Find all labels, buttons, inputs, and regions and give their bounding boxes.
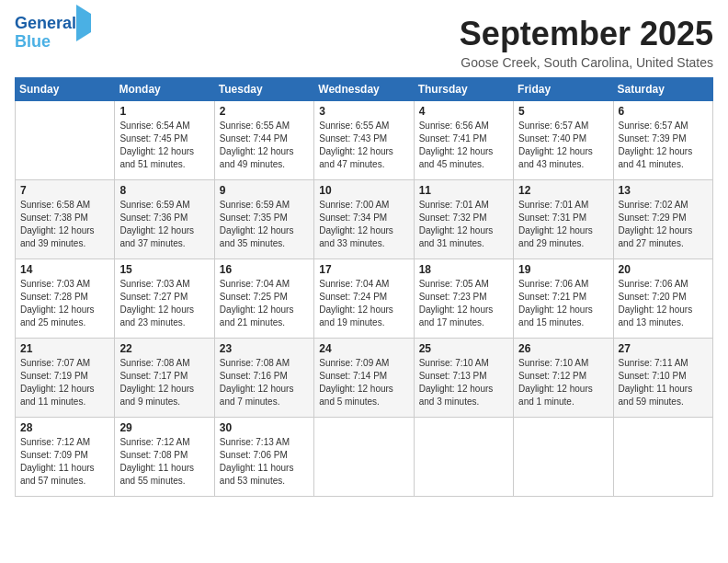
sunrise-text: Sunrise: 6:57 AM: [619, 120, 708, 132]
month-title: September 2025: [460, 15, 713, 53]
sunset-text: Sunset: 7:39 PM: [619, 132, 708, 145]
daylight-text: Daylight: 12 hours and 1 minute.: [518, 383, 608, 408]
daylight-text: Daylight: 12 hours and 47 minutes.: [319, 145, 408, 171]
sunrise-text: Sunrise: 6:54 AM: [119, 120, 209, 132]
header-tuesday: Tuesday: [214, 78, 313, 101]
daylight-text: Daylight: 12 hours and 41 minutes.: [619, 145, 708, 171]
table-row: [613, 418, 712, 497]
table-row: 27 Sunrise: 7:11 AM Sunset: 7:10 PM Dayl…: [613, 339, 712, 418]
sunset-text: Sunset: 7:43 PM: [319, 132, 408, 145]
day-number: 18: [419, 263, 508, 276]
sunset-text: Sunset: 7:28 PM: [20, 291, 109, 304]
table-row: 30 Sunrise: 7:13 AM Sunset: 7:06 PM Dayl…: [214, 418, 313, 497]
sunrise-text: Sunrise: 7:02 AM: [619, 199, 708, 212]
table-row: 3 Sunrise: 6:55 AM Sunset: 7:43 PM Dayli…: [314, 101, 414, 180]
sunrise-text: Sunrise: 7:01 AM: [419, 199, 508, 212]
calendar-week-row: 1 Sunrise: 6:54 AM Sunset: 7:45 PM Dayli…: [16, 101, 713, 180]
day-number: 25: [419, 342, 508, 355]
sunrise-text: Sunrise: 7:03 AM: [119, 278, 209, 291]
sunset-text: Sunset: 7:38 PM: [20, 212, 109, 224]
daylight-text: Daylight: 11 hours and 55 minutes.: [119, 462, 209, 488]
day-number: 22: [119, 342, 209, 355]
header-monday: Monday: [115, 78, 214, 101]
table-row: 19 Sunrise: 7:06 AM Sunset: 7:21 PM Dayl…: [514, 259, 613, 339]
sunset-text: Sunset: 7:36 PM: [119, 212, 209, 224]
daylight-text: Daylight: 12 hours and 5 minutes.: [319, 383, 408, 408]
sunrise-text: Sunrise: 7:03 AM: [20, 278, 109, 291]
header-friday: Friday: [514, 78, 613, 101]
sunrise-text: Sunrise: 7:05 AM: [419, 278, 508, 291]
sunrise-text: Sunrise: 7:11 AM: [619, 357, 708, 370]
sunset-text: Sunset: 7:17 PM: [119, 370, 209, 383]
day-number: 1: [119, 105, 209, 118]
daylight-text: Daylight: 12 hours and 39 minutes.: [20, 224, 109, 250]
daylight-text: Daylight: 12 hours and 3 minutes.: [419, 383, 508, 408]
table-row: 22 Sunrise: 7:08 AM Sunset: 7:17 PM Dayl…: [115, 339, 214, 418]
day-number: 4: [419, 105, 508, 118]
table-row: 28 Sunrise: 7:12 AM Sunset: 7:09 PM Dayl…: [16, 418, 115, 497]
table-row: 7 Sunrise: 6:58 AM Sunset: 7:38 PM Dayli…: [16, 180, 115, 259]
sunrise-text: Sunrise: 7:10 AM: [419, 357, 508, 370]
page-header: General Blue September 2025 Goose Creek,…: [15, 15, 713, 70]
daylight-text: Daylight: 12 hours and 15 minutes.: [518, 304, 608, 329]
daylight-text: Daylight: 12 hours and 29 minutes.: [518, 224, 608, 250]
table-row: 10 Sunrise: 7:00 AM Sunset: 7:34 PM Dayl…: [314, 180, 414, 259]
sunset-text: Sunset: 7:40 PM: [518, 132, 608, 145]
header-wednesday: Wednesday: [314, 78, 414, 101]
day-number: 6: [619, 105, 708, 118]
sunrise-text: Sunrise: 7:01 AM: [518, 199, 608, 212]
sunset-text: Sunset: 7:10 PM: [619, 370, 708, 383]
day-number: 27: [619, 342, 708, 355]
calendar-header-row: Sunday Monday Tuesday Wednesday Thursday…: [16, 78, 713, 101]
daylight-text: Daylight: 12 hours and 35 minutes.: [220, 224, 309, 250]
sunset-text: Sunset: 7:14 PM: [319, 370, 408, 383]
day-number: 21: [20, 342, 109, 355]
calendar-week-row: 28 Sunrise: 7:12 AM Sunset: 7:09 PM Dayl…: [16, 418, 713, 497]
sunrise-text: Sunrise: 6:55 AM: [220, 120, 309, 132]
day-number: 8: [119, 184, 209, 197]
title-section: September 2025 Goose Creek, South Caroli…: [460, 15, 713, 70]
table-row: 20 Sunrise: 7:06 AM Sunset: 7:20 PM Dayl…: [613, 259, 712, 339]
daylight-text: Daylight: 12 hours and 17 minutes.: [419, 304, 508, 329]
sunset-text: Sunset: 7:31 PM: [518, 212, 608, 224]
table-row: 17 Sunrise: 7:04 AM Sunset: 7:24 PM Dayl…: [314, 259, 414, 339]
table-row: [414, 418, 513, 497]
daylight-text: Daylight: 12 hours and 43 minutes.: [518, 145, 608, 171]
day-number: 11: [419, 184, 508, 197]
daylight-text: Daylight: 12 hours and 23 minutes.: [119, 304, 209, 329]
day-number: 3: [319, 105, 408, 118]
sunrise-text: Sunrise: 7:12 AM: [119, 436, 209, 449]
table-row: 15 Sunrise: 7:03 AM Sunset: 7:27 PM Dayl…: [115, 259, 214, 339]
calendar-week-row: 21 Sunrise: 7:07 AM Sunset: 7:19 PM Dayl…: [16, 339, 713, 418]
sunrise-text: Sunrise: 6:56 AM: [419, 120, 508, 132]
daylight-text: Daylight: 12 hours and 49 minutes.: [220, 145, 309, 171]
sunset-text: Sunset: 7:24 PM: [319, 291, 408, 304]
logo-blue: Blue: [15, 32, 51, 51]
sunrise-text: Sunrise: 7:06 AM: [619, 278, 708, 291]
logo: General Blue: [15, 15, 91, 52]
sunrise-text: Sunrise: 7:08 AM: [119, 357, 209, 370]
daylight-text: Daylight: 12 hours and 19 minutes.: [319, 304, 408, 329]
sunset-text: Sunset: 7:12 PM: [518, 370, 608, 383]
sunrise-text: Sunrise: 7:04 AM: [319, 278, 408, 291]
daylight-text: Daylight: 12 hours and 51 minutes.: [119, 145, 209, 171]
table-row: 13 Sunrise: 7:02 AM Sunset: 7:29 PM Dayl…: [613, 180, 712, 259]
sunrise-text: Sunrise: 6:59 AM: [119, 199, 209, 212]
daylight-text: Daylight: 12 hours and 31 minutes.: [419, 224, 508, 250]
day-number: 2: [220, 105, 309, 118]
table-row: [514, 418, 613, 497]
table-row: 5 Sunrise: 6:57 AM Sunset: 7:40 PM Dayli…: [514, 101, 613, 180]
logo-text: General Blue: [15, 15, 91, 52]
daylight-text: Daylight: 11 hours and 57 minutes.: [20, 462, 109, 488]
daylight-text: Daylight: 11 hours and 59 minutes.: [619, 383, 708, 408]
daylight-text: Daylight: 12 hours and 13 minutes.: [619, 304, 708, 329]
sunset-text: Sunset: 7:25 PM: [220, 291, 309, 304]
table-row: 29 Sunrise: 7:12 AM Sunset: 7:08 PM Dayl…: [115, 418, 214, 497]
daylight-text: Daylight: 12 hours and 7 minutes.: [220, 383, 309, 408]
day-number: 28: [20, 421, 109, 434]
sunrise-text: Sunrise: 7:12 AM: [20, 436, 109, 449]
table-row: 8 Sunrise: 6:59 AM Sunset: 7:36 PM Dayli…: [115, 180, 214, 259]
day-number: 14: [20, 263, 109, 276]
sunset-text: Sunset: 7:06 PM: [220, 449, 309, 462]
sunrise-text: Sunrise: 7:06 AM: [518, 278, 608, 291]
